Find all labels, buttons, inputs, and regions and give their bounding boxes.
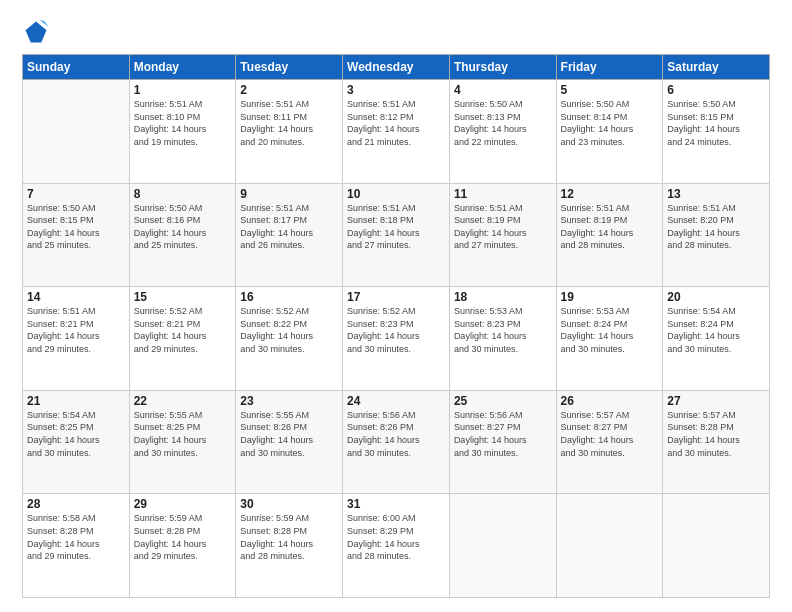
calendar-cell: 1Sunrise: 5:51 AMSunset: 8:10 PMDaylight… xyxy=(129,80,236,184)
calendar-cell: 4Sunrise: 5:50 AMSunset: 8:13 PMDaylight… xyxy=(449,80,556,184)
day-number: 8 xyxy=(134,187,232,201)
day-number: 9 xyxy=(240,187,338,201)
calendar-cell: 19Sunrise: 5:53 AMSunset: 8:24 PMDayligh… xyxy=(556,287,663,391)
day-info: Sunrise: 5:55 AMSunset: 8:25 PMDaylight:… xyxy=(134,409,232,459)
day-number: 5 xyxy=(561,83,659,97)
day-number: 17 xyxy=(347,290,445,304)
calendar-cell: 15Sunrise: 5:52 AMSunset: 8:21 PMDayligh… xyxy=(129,287,236,391)
day-number: 28 xyxy=(27,497,125,511)
calendar-cell: 7Sunrise: 5:50 AMSunset: 8:15 PMDaylight… xyxy=(23,183,130,287)
calendar-cell xyxy=(556,494,663,598)
calendar-header-row: SundayMondayTuesdayWednesdayThursdayFrid… xyxy=(23,55,770,80)
day-info: Sunrise: 5:50 AMSunset: 8:16 PMDaylight:… xyxy=(134,202,232,252)
logo xyxy=(22,18,54,46)
day-number: 22 xyxy=(134,394,232,408)
day-number: 4 xyxy=(454,83,552,97)
calendar-cell: 17Sunrise: 5:52 AMSunset: 8:23 PMDayligh… xyxy=(343,287,450,391)
calendar-cell: 9Sunrise: 5:51 AMSunset: 8:17 PMDaylight… xyxy=(236,183,343,287)
calendar-header-thursday: Thursday xyxy=(449,55,556,80)
calendar-cell xyxy=(663,494,770,598)
day-number: 15 xyxy=(134,290,232,304)
day-number: 11 xyxy=(454,187,552,201)
day-number: 21 xyxy=(27,394,125,408)
calendar-cell: 31Sunrise: 6:00 AMSunset: 8:29 PMDayligh… xyxy=(343,494,450,598)
day-info: Sunrise: 6:00 AMSunset: 8:29 PMDaylight:… xyxy=(347,512,445,562)
day-info: Sunrise: 5:53 AMSunset: 8:24 PMDaylight:… xyxy=(561,305,659,355)
day-number: 29 xyxy=(134,497,232,511)
calendar-week-row: 28Sunrise: 5:58 AMSunset: 8:28 PMDayligh… xyxy=(23,494,770,598)
calendar-week-row: 21Sunrise: 5:54 AMSunset: 8:25 PMDayligh… xyxy=(23,390,770,494)
calendar-cell: 5Sunrise: 5:50 AMSunset: 8:14 PMDaylight… xyxy=(556,80,663,184)
day-number: 1 xyxy=(134,83,232,97)
calendar-cell: 12Sunrise: 5:51 AMSunset: 8:19 PMDayligh… xyxy=(556,183,663,287)
day-info: Sunrise: 5:53 AMSunset: 8:23 PMDaylight:… xyxy=(454,305,552,355)
day-info: Sunrise: 5:52 AMSunset: 8:21 PMDaylight:… xyxy=(134,305,232,355)
day-number: 19 xyxy=(561,290,659,304)
calendar-cell: 28Sunrise: 5:58 AMSunset: 8:28 PMDayligh… xyxy=(23,494,130,598)
day-info: Sunrise: 5:57 AMSunset: 8:28 PMDaylight:… xyxy=(667,409,765,459)
calendar-header-wednesday: Wednesday xyxy=(343,55,450,80)
day-number: 14 xyxy=(27,290,125,304)
day-info: Sunrise: 5:50 AMSunset: 8:15 PMDaylight:… xyxy=(27,202,125,252)
calendar-cell: 2Sunrise: 5:51 AMSunset: 8:11 PMDaylight… xyxy=(236,80,343,184)
calendar-cell: 22Sunrise: 5:55 AMSunset: 8:25 PMDayligh… xyxy=(129,390,236,494)
day-info: Sunrise: 5:50 AMSunset: 8:13 PMDaylight:… xyxy=(454,98,552,148)
day-number: 23 xyxy=(240,394,338,408)
page: SundayMondayTuesdayWednesdayThursdayFrid… xyxy=(0,0,792,612)
svg-marker-0 xyxy=(26,22,47,43)
day-info: Sunrise: 5:51 AMSunset: 8:10 PMDaylight:… xyxy=(134,98,232,148)
calendar-week-row: 1Sunrise: 5:51 AMSunset: 8:10 PMDaylight… xyxy=(23,80,770,184)
calendar-cell: 27Sunrise: 5:57 AMSunset: 8:28 PMDayligh… xyxy=(663,390,770,494)
day-info: Sunrise: 5:58 AMSunset: 8:28 PMDaylight:… xyxy=(27,512,125,562)
day-info: Sunrise: 5:51 AMSunset: 8:11 PMDaylight:… xyxy=(240,98,338,148)
calendar-cell: 18Sunrise: 5:53 AMSunset: 8:23 PMDayligh… xyxy=(449,287,556,391)
calendar-cell: 21Sunrise: 5:54 AMSunset: 8:25 PMDayligh… xyxy=(23,390,130,494)
calendar-cell: 16Sunrise: 5:52 AMSunset: 8:22 PMDayligh… xyxy=(236,287,343,391)
day-number: 18 xyxy=(454,290,552,304)
day-info: Sunrise: 5:56 AMSunset: 8:27 PMDaylight:… xyxy=(454,409,552,459)
day-number: 3 xyxy=(347,83,445,97)
calendar-week-row: 14Sunrise: 5:51 AMSunset: 8:21 PMDayligh… xyxy=(23,287,770,391)
day-info: Sunrise: 5:51 AMSunset: 8:19 PMDaylight:… xyxy=(561,202,659,252)
calendar-cell: 13Sunrise: 5:51 AMSunset: 8:20 PMDayligh… xyxy=(663,183,770,287)
calendar-cell xyxy=(23,80,130,184)
calendar-cell: 26Sunrise: 5:57 AMSunset: 8:27 PMDayligh… xyxy=(556,390,663,494)
day-info: Sunrise: 5:50 AMSunset: 8:15 PMDaylight:… xyxy=(667,98,765,148)
day-number: 7 xyxy=(27,187,125,201)
day-number: 20 xyxy=(667,290,765,304)
day-info: Sunrise: 5:50 AMSunset: 8:14 PMDaylight:… xyxy=(561,98,659,148)
day-info: Sunrise: 5:51 AMSunset: 8:21 PMDaylight:… xyxy=(27,305,125,355)
day-number: 25 xyxy=(454,394,552,408)
day-number: 10 xyxy=(347,187,445,201)
calendar-cell: 29Sunrise: 5:59 AMSunset: 8:28 PMDayligh… xyxy=(129,494,236,598)
calendar-cell: 14Sunrise: 5:51 AMSunset: 8:21 PMDayligh… xyxy=(23,287,130,391)
day-number: 2 xyxy=(240,83,338,97)
day-info: Sunrise: 5:51 AMSunset: 8:17 PMDaylight:… xyxy=(240,202,338,252)
logo-icon xyxy=(22,18,50,46)
calendar-header-monday: Monday xyxy=(129,55,236,80)
day-info: Sunrise: 5:51 AMSunset: 8:20 PMDaylight:… xyxy=(667,202,765,252)
calendar-cell: 24Sunrise: 5:56 AMSunset: 8:26 PMDayligh… xyxy=(343,390,450,494)
day-number: 13 xyxy=(667,187,765,201)
calendar-cell xyxy=(449,494,556,598)
calendar-cell: 6Sunrise: 5:50 AMSunset: 8:15 PMDaylight… xyxy=(663,80,770,184)
calendar-table: SundayMondayTuesdayWednesdayThursdayFrid… xyxy=(22,54,770,598)
header xyxy=(22,18,770,46)
calendar-header-friday: Friday xyxy=(556,55,663,80)
calendar-cell: 10Sunrise: 5:51 AMSunset: 8:18 PMDayligh… xyxy=(343,183,450,287)
day-info: Sunrise: 5:51 AMSunset: 8:19 PMDaylight:… xyxy=(454,202,552,252)
day-info: Sunrise: 5:59 AMSunset: 8:28 PMDaylight:… xyxy=(134,512,232,562)
day-number: 26 xyxy=(561,394,659,408)
day-number: 31 xyxy=(347,497,445,511)
day-info: Sunrise: 5:56 AMSunset: 8:26 PMDaylight:… xyxy=(347,409,445,459)
day-number: 12 xyxy=(561,187,659,201)
calendar-cell: 23Sunrise: 5:55 AMSunset: 8:26 PMDayligh… xyxy=(236,390,343,494)
day-info: Sunrise: 5:52 AMSunset: 8:22 PMDaylight:… xyxy=(240,305,338,355)
day-info: Sunrise: 5:55 AMSunset: 8:26 PMDaylight:… xyxy=(240,409,338,459)
day-info: Sunrise: 5:57 AMSunset: 8:27 PMDaylight:… xyxy=(561,409,659,459)
day-number: 24 xyxy=(347,394,445,408)
day-info: Sunrise: 5:52 AMSunset: 8:23 PMDaylight:… xyxy=(347,305,445,355)
day-info: Sunrise: 5:51 AMSunset: 8:18 PMDaylight:… xyxy=(347,202,445,252)
day-info: Sunrise: 5:59 AMSunset: 8:28 PMDaylight:… xyxy=(240,512,338,562)
calendar-cell: 3Sunrise: 5:51 AMSunset: 8:12 PMDaylight… xyxy=(343,80,450,184)
